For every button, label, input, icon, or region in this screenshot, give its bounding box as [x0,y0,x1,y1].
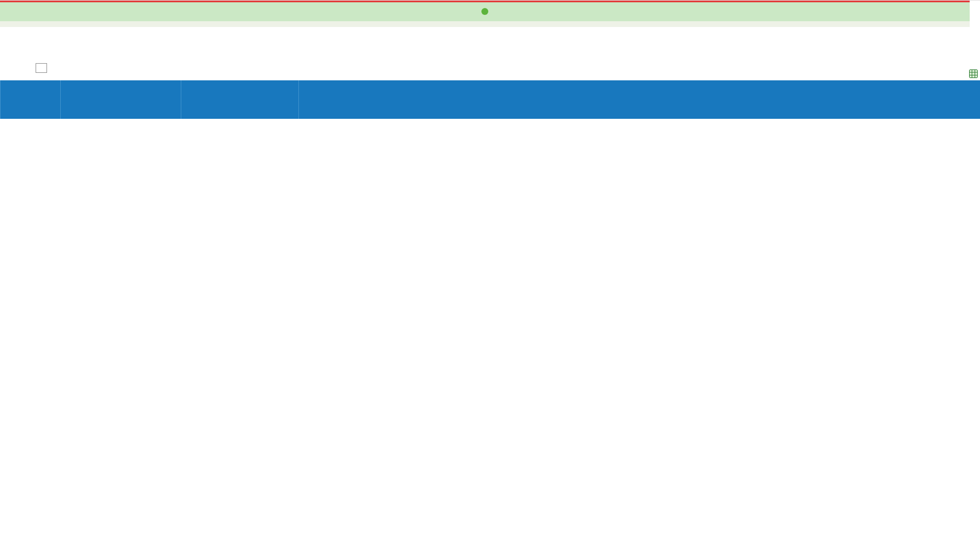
banner-footer-strip [0,21,970,27]
income-statement-table [0,80,980,119]
million-rial-note [36,63,47,73]
table-header-row [1,80,980,119]
column-header-actual-1397 [181,80,299,119]
column-header-description [299,80,980,119]
excel-export-icon[interactable] [969,69,978,78]
signature-match-banner [0,1,970,21]
info-icon [481,8,488,15]
column-header-percent-change [1,80,61,119]
column-header-actual-1396 [61,80,181,119]
